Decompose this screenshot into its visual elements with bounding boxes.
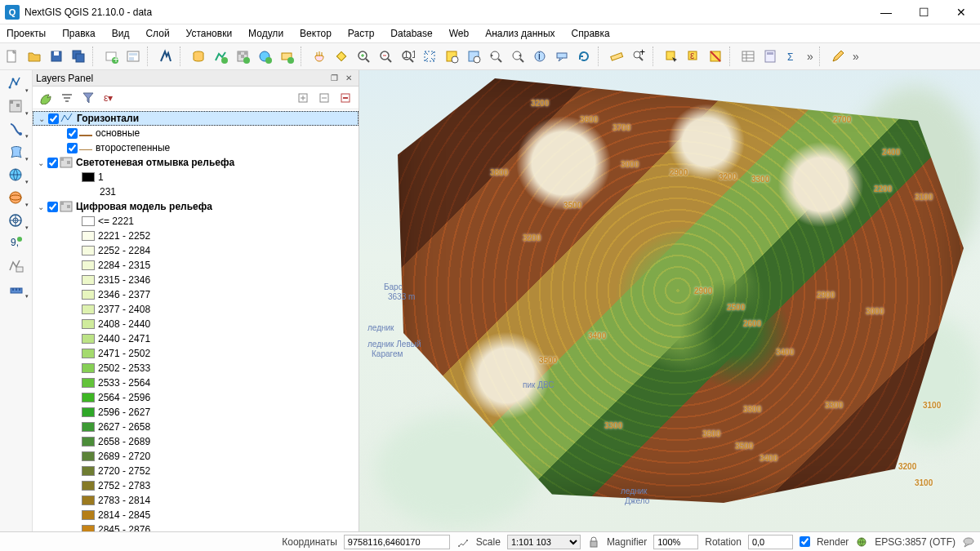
map-canvas[interactable]: 3200360037003800350032003400350033003600…: [359, 70, 980, 531]
layer-tree[interactable]: ⌄Горизонталиосновныевторостепенные⌄Свето…: [33, 109, 359, 531]
add-wfs-tool[interactable]: ▾: [5, 211, 28, 230]
pan-to-selection-button[interactable]: [331, 46, 352, 67]
style-preset-button[interactable]: [38, 90, 54, 106]
deselect-all-button[interactable]: [705, 46, 726, 67]
layer-checkbox[interactable]: [48, 113, 59, 124]
add-delimited-tool[interactable]: ▾: [5, 119, 28, 139]
close-button[interactable]: ✕: [942, 0, 980, 24]
svg-point-62: [11, 78, 14, 81]
refresh-button[interactable]: [573, 46, 595, 67]
scale-select[interactable]: 1:101 103: [507, 535, 581, 549]
layer-name[interactable]: Горизонтали: [75, 113, 139, 124]
filter-by-expression-button[interactable]: [80, 90, 96, 106]
menu-справка[interactable]: Справка: [568, 26, 613, 41]
layer-checkbox[interactable]: [47, 158, 58, 168]
layer-name[interactable]: Светотеневая отмывка рельефа: [74, 157, 234, 168]
layer-checkbox[interactable]: [47, 202, 58, 212]
identify-button[interactable]: i: [529, 46, 550, 67]
layer-name[interactable]: Цифровая модель рельефа: [74, 201, 212, 212]
sublayer-checkbox[interactable]: [67, 128, 78, 139]
add-virtual-tool[interactable]: [5, 256, 28, 276]
menu-web[interactable]: Web: [446, 26, 472, 41]
layers-panel-header[interactable]: Layers Panel ❐ ✕: [33, 70, 359, 87]
expand-icon[interactable]: ⌄: [37, 114, 47, 123]
select-by-expression-button[interactable]: ε: [683, 46, 704, 67]
sublayer-name[interactable]: основные: [94, 127, 140, 139]
expand-all-button[interactable]: [295, 90, 311, 106]
measure-line-button[interactable]: [606, 46, 627, 67]
add-wms-tool[interactable]: ▾: [5, 188, 28, 207]
menu-установки[interactable]: Установки: [183, 26, 235, 41]
open-project-button[interactable]: [24, 46, 45, 67]
zoom-full-button[interactable]: [419, 46, 440, 67]
panel-undock-button[interactable]: ❐: [327, 73, 341, 84]
messages-icon[interactable]: [962, 535, 975, 549]
menu-вид[interactable]: Вид: [109, 26, 133, 41]
coord-input[interactable]: [344, 535, 450, 549]
add-wms-layer-button[interactable]: [254, 46, 275, 67]
crs-label[interactable]: EPSG:3857 (OTF): [875, 536, 956, 548]
zoom-out-button[interactable]: [375, 46, 396, 67]
open-attribute-table-button[interactable]: [737, 46, 759, 67]
toggle-editing-button[interactable]: [827, 46, 849, 67]
sublayer-checkbox[interactable]: [67, 143, 78, 153]
add-spatialite-tool[interactable]: ▾: [5, 165, 28, 184]
filter-legend-button[interactable]: [59, 90, 75, 106]
zoom-in-button[interactable]: [353, 46, 374, 67]
menu-правка[interactable]: Правка: [59, 26, 99, 41]
zoom-last-button[interactable]: [485, 46, 506, 67]
toggle-extents-icon[interactable]: [457, 535, 470, 549]
new-layer-button[interactable]: +: [100, 46, 122, 67]
svg-rect-9: [129, 53, 137, 56]
toolbar-overflow-icon[interactable]: »: [804, 50, 816, 63]
processing-toolbox-icon[interactable]: ▾: [5, 279, 28, 299]
minimize-button[interactable]: —: [867, 0, 905, 24]
rotation-input[interactable]: [748, 535, 793, 549]
crs-icon[interactable]: [855, 535, 868, 549]
new-project-button[interactable]: [2, 46, 23, 67]
expand-icon[interactable]: ⌄: [36, 202, 46, 211]
sublayer-name[interactable]: второстепенные: [94, 142, 170, 153]
svg-text:i: i: [538, 51, 541, 62]
maximize-button[interactable]: ☐: [905, 0, 942, 24]
toolbar-overflow-icon-2[interactable]: »: [850, 50, 862, 63]
pan-tool-button[interactable]: [309, 46, 330, 67]
zoom-to-layer-button[interactable]: [463, 46, 484, 67]
measure-area-button[interactable]: +: [628, 46, 649, 67]
select-features-button[interactable]: [661, 46, 682, 67]
add-db-layer-button[interactable]: [188, 46, 209, 67]
nextgis-icon[interactable]: [155, 46, 176, 67]
zoom-native-button[interactable]: 1:1: [397, 46, 418, 67]
add-vector-layer-button[interactable]: [210, 46, 231, 67]
add-raster-tool[interactable]: ▾: [5, 96, 28, 116]
panel-close-button[interactable]: ✕: [342, 73, 355, 84]
maptips-button[interactable]: [551, 46, 572, 67]
add-postgis-tool[interactable]: ▾: [5, 142, 28, 162]
statistics-button[interactable]: Σ: [782, 46, 803, 67]
menu-модули[interactable]: Модули: [245, 26, 287, 41]
save-as-button[interactable]: [68, 46, 89, 67]
contour-label: 3300: [825, 401, 843, 410]
add-layer-button-5[interactable]: [276, 46, 297, 67]
menu-вектор[interactable]: Вектор: [296, 26, 335, 41]
layout-manager-button[interactable]: [122, 46, 144, 67]
menu-анализ данных[interactable]: Анализ данных: [482, 26, 558, 41]
field-calculator-button[interactable]: [760, 46, 781, 67]
magnifier-input[interactable]: [653, 535, 698, 549]
lock-scale-icon[interactable]: [587, 535, 600, 549]
zoom-next-button[interactable]: [507, 46, 528, 67]
menu-слой[interactable]: Слой: [142, 26, 172, 41]
add-csv-tool[interactable]: 9,: [5, 233, 28, 253]
save-project-button[interactable]: [46, 46, 67, 67]
menu-database[interactable]: Database: [387, 26, 435, 41]
add-raster-layer-button[interactable]: [232, 46, 253, 67]
expand-icon[interactable]: ⌄: [36, 158, 46, 167]
zoom-to-selection-button[interactable]: [441, 46, 462, 67]
remove-layer-button[interactable]: [337, 90, 354, 106]
menu-проекты[interactable]: Проекты: [3, 26, 49, 41]
render-checkbox[interactable]: [800, 536, 810, 547]
add-vector-tool[interactable]: ▾: [5, 73, 28, 93]
menu-растр[interactable]: Растр: [345, 26, 377, 41]
collapse-all-button[interactable]: [316, 90, 332, 106]
expression-button[interactable]: ε▾: [101, 90, 118, 106]
